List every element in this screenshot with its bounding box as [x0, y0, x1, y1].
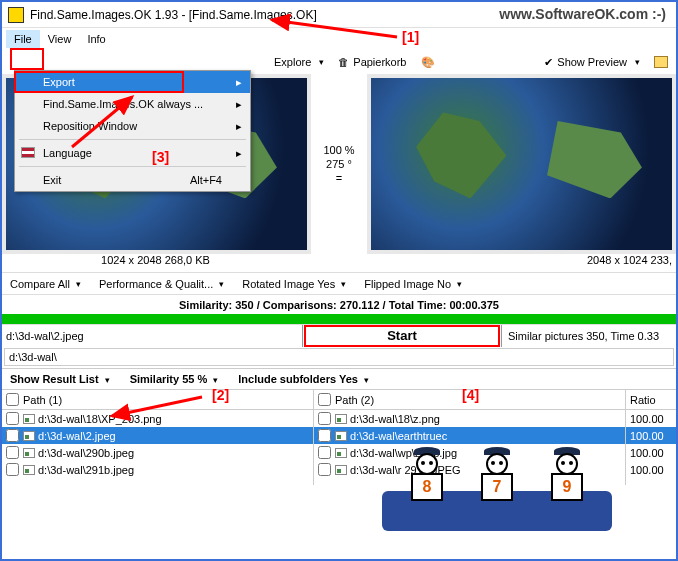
head-ratio[interactable]: Ratio — [626, 390, 676, 410]
col-ratio: Ratio 100.00 100.00 100.00 100.00 — [626, 390, 676, 485]
menu-language[interactable]: Language — [15, 142, 250, 164]
row-1-2[interactable]: d:\3d-wal\2.jpeg — [2, 427, 313, 444]
image-icon — [335, 431, 347, 441]
path2-input[interactable] — [4, 348, 674, 366]
mascot-overlay: 8 7 9 — [382, 431, 612, 531]
options-row: Compare All Performance & Qualit... Rota… — [2, 272, 676, 294]
color-icon[interactable]: 🎨 — [421, 56, 435, 69]
filter-show[interactable]: Show Result List — [10, 373, 110, 385]
papierkorb-button[interactable]: 🗑Papierkorb — [338, 56, 406, 68]
start-button[interactable]: Start — [302, 325, 502, 347]
menu-export[interactable]: Export — [15, 71, 250, 93]
flag-icon — [21, 147, 35, 158]
app-icon — [8, 7, 24, 23]
filter-sub[interactable]: Include subfolders Yes — [238, 373, 369, 385]
col-path1: Path (1) d:\3d-wal\18\XP_203.png d:\3d-w… — [2, 390, 314, 485]
menu-view[interactable]: View — [40, 30, 80, 48]
image-icon — [23, 414, 35, 424]
caption-right: 2048 x 1024 233, — [365, 254, 676, 272]
trash-icon: 🗑 — [338, 56, 349, 68]
opt-compare[interactable]: Compare All — [10, 278, 81, 290]
status-text: Similar pictures 350, Time 0.33 — [502, 330, 665, 342]
image-icon — [335, 465, 347, 475]
image-icon — [23, 448, 35, 458]
opt-perf[interactable]: Performance & Qualit... — [99, 278, 224, 290]
progress-bar — [2, 314, 676, 324]
filter-sim[interactable]: Similarity 55 % — [130, 373, 219, 385]
opt-rotated[interactable]: Rotated Image Yes — [242, 278, 346, 290]
menu-info[interactable]: Info — [79, 30, 113, 48]
path1-display[interactable]: d:\3d-wal\2.jpeg — [2, 328, 302, 344]
row-1-1[interactable]: d:\3d-wal\18\XP_203.png — [2, 410, 313, 427]
path-row-2 — [2, 346, 676, 368]
caption-row: 1024 x 2048 268,0 KB 2048 x 1024 233, — [2, 254, 676, 272]
row-1-3[interactable]: d:\3d-wal\290b.jpeg — [2, 444, 313, 461]
menu-file[interactable]: File — [6, 30, 40, 48]
head-path1[interactable]: Path (1) — [2, 390, 313, 410]
checkbox-all-1[interactable] — [6, 393, 19, 406]
filter-row: Show Result List Similarity 55 % Include… — [2, 368, 676, 390]
row-2-1[interactable]: d:\3d-wal\18\z.png — [314, 410, 625, 427]
folder-icon[interactable] — [654, 56, 668, 68]
head-path2[interactable]: Path (2) — [314, 390, 625, 410]
image-icon — [23, 465, 35, 475]
checkbox-all-2[interactable] — [318, 393, 331, 406]
preview-right[interactable] — [371, 78, 672, 250]
row-1-4[interactable]: d:\3d-wal\291b.jpeg — [2, 461, 313, 478]
image-icon — [23, 431, 35, 441]
file-dropdown: Export Find.Same.Images.OK always ... Re… — [14, 70, 251, 192]
menu-reposition[interactable]: Reposition Window — [15, 115, 250, 137]
window-title: Find.Same.Images.OK 1.93 - [Find.Same.Im… — [30, 8, 317, 22]
path-row-1: d:\3d-wal\2.jpeg Start Similar pictures … — [2, 324, 676, 346]
watermark: www.SoftwareOK.com :-) — [499, 6, 666, 22]
show-preview-toggle[interactable]: ✔ Show Preview — [544, 56, 640, 69]
image-icon — [335, 448, 347, 458]
summary: Similarity: 350 / Comparisons: 270.112 /… — [2, 294, 676, 314]
preview-meta: 100 % 275 ° = — [311, 74, 367, 254]
image-icon — [335, 414, 347, 424]
menubar: File View Info — [2, 28, 676, 50]
menu-exit[interactable]: ExitAlt+F4 — [15, 169, 250, 191]
explore-button[interactable]: Explore — [274, 56, 324, 68]
caption-left: 1024 x 2048 268,0 KB — [2, 254, 309, 272]
opt-flipped[interactable]: Flipped Image No — [364, 278, 462, 290]
menu-always[interactable]: Find.Same.Images.OK always ... — [15, 93, 250, 115]
